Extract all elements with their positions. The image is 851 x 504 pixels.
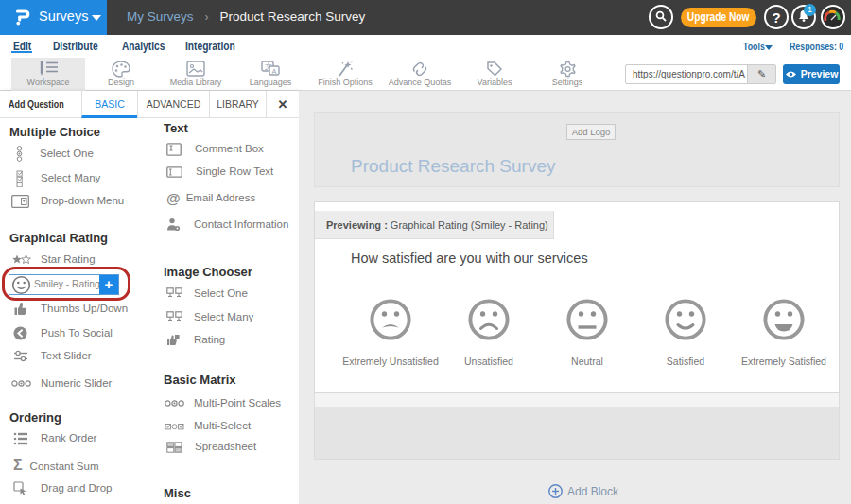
svg-text:A: A (272, 67, 277, 76)
